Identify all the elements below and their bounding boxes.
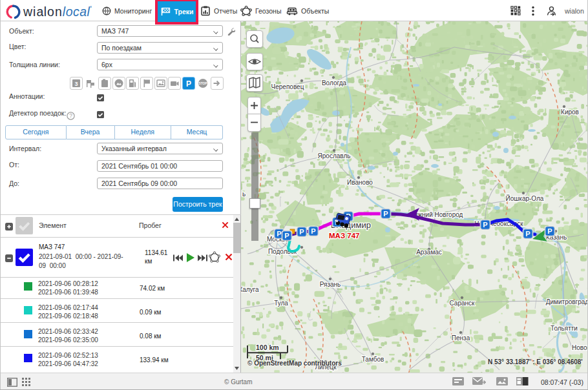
svg-text:Пенза: Пенза bbox=[452, 334, 470, 342]
svg-text:100 km: 100 km bbox=[256, 344, 279, 351]
svg-text:P: P bbox=[284, 232, 289, 240]
svg-text:Тамбов: Тамбов bbox=[362, 356, 384, 363]
svg-text:ь: ь bbox=[242, 190, 246, 198]
svg-text:P: P bbox=[186, 79, 191, 88]
svg-text:Йошкар-Ола: Йошкар-Ола bbox=[506, 194, 544, 202]
svg-text:Вологда: Вологда bbox=[322, 79, 347, 87]
svg-text:Новокуйбыш: Новокуйбыш bbox=[572, 344, 588, 351]
svg-text:P: P bbox=[525, 230, 530, 238]
svg-text:Рязань: Рязань bbox=[320, 281, 341, 288]
svg-text:Ярославль: Ярославль bbox=[318, 152, 351, 159]
svg-text:3: 3 bbox=[74, 81, 78, 87]
svg-text:Димитровград: Димитровград bbox=[546, 298, 588, 305]
svg-text:Арзамас: Арзамас bbox=[416, 249, 442, 256]
svg-text:P: P bbox=[483, 221, 487, 229]
svg-text:Иваново: Иваново bbox=[347, 179, 373, 186]
svg-text:Киров: Киров bbox=[561, 108, 579, 116]
svg-text:МАЗ 747: МАЗ 747 bbox=[329, 232, 359, 240]
svg-text:P: P bbox=[299, 228, 304, 236]
svg-text:P: P bbox=[311, 227, 315, 235]
svg-text:Саранск: Саранск bbox=[450, 300, 476, 307]
svg-text:Калуга: Калуга bbox=[241, 286, 259, 293]
svg-text:STOP: STOP bbox=[199, 82, 208, 85]
svg-text:?: ? bbox=[69, 112, 72, 119]
svg-text:Череповец: Череповец bbox=[271, 83, 304, 90]
svg-text:Тольятти: Тольятти bbox=[551, 325, 578, 332]
svg-text:P: P bbox=[547, 227, 552, 235]
svg-text:Тула: Тула bbox=[274, 300, 288, 307]
svg-text:P: P bbox=[277, 230, 281, 238]
svg-text:P: P bbox=[383, 210, 388, 218]
